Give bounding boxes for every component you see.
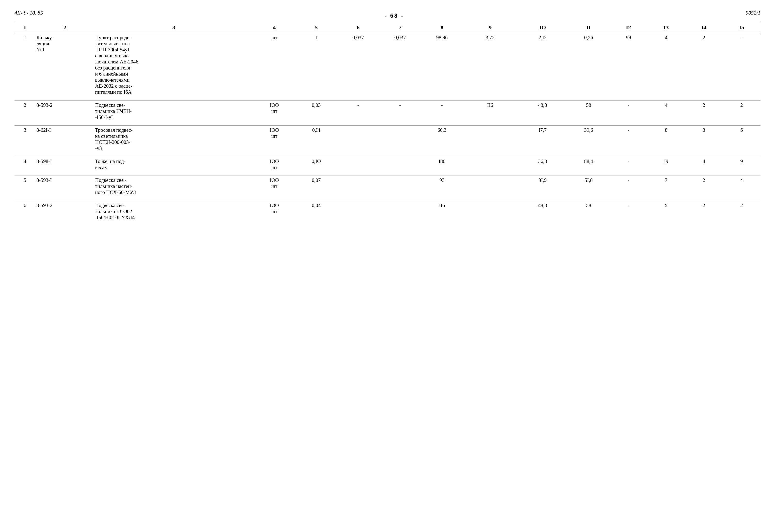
table-row: 48-598-IТо же, на под- весахIOO шт0,IOI8… <box>15 157 760 172</box>
cell-col6: - <box>337 100 379 122</box>
table-row: 28-593-2Подвеска све- тильника НЧЕН- -I5… <box>15 100 760 122</box>
col-header-13: I3 <box>647 22 685 33</box>
cell-col15: 9 <box>723 157 760 172</box>
cell-col10: 2,I2 <box>518 33 568 97</box>
cell-col6 <box>337 157 379 172</box>
cell-col12: - <box>610 176 647 197</box>
cell-col1: 6 <box>15 201 36 222</box>
cell-col5: I <box>295 33 337 97</box>
cell-col14: 3 <box>685 126 723 153</box>
cell-col15: 2 <box>723 100 760 122</box>
cell-col13: I9 <box>647 157 685 172</box>
col-header-15: I5 <box>723 22 760 33</box>
cell-col15: 4 <box>723 176 760 197</box>
cell-col5: 0,IO <box>295 157 337 172</box>
cell-col5: 0,04 <box>295 201 337 222</box>
cell-col1: 3 <box>15 126 36 153</box>
cell-col3: Тросовая подвес- ка светильника НСП2I-20… <box>94 126 253 153</box>
doc-number-left: 4II- 9- 10. 85 <box>15 10 43 16</box>
cell-col4: IOO шт <box>253 100 295 122</box>
cell-col10: 3I,9 <box>518 176 568 197</box>
col-header-14: I4 <box>685 22 723 33</box>
cell-col15: - <box>723 33 760 97</box>
col-header-10: IO <box>518 22 568 33</box>
cell-col13: 8 <box>647 126 685 153</box>
cell-col7: 0,037 <box>379 33 421 97</box>
cell-col2: Кальку- ляция № I <box>36 33 94 97</box>
cell-col1: 2 <box>15 100 36 122</box>
col-header-11: II <box>568 22 610 33</box>
cell-col15: 6 <box>723 126 760 153</box>
doc-number-right: 9052/1 <box>746 10 760 16</box>
page-center: - 68 - <box>384 12 404 19</box>
col-header-1: I <box>15 22 36 33</box>
cell-col4: шт <box>253 33 295 97</box>
cell-col12: - <box>610 201 647 222</box>
cell-col5: 0,03 <box>295 100 337 122</box>
col-header-7: 7 <box>379 22 421 33</box>
cell-col9: 3,72 <box>463 33 518 97</box>
cell-col7 <box>379 176 421 197</box>
cell-col8: 60,3 <box>421 126 463 153</box>
cell-col5: 0,07 <box>295 176 337 197</box>
cell-col14: 2 <box>685 201 723 222</box>
main-table: I 2 3 4 5 6 7 8 9 IO II I2 I3 I4 I5 IКал… <box>15 22 760 226</box>
cell-col1: 5 <box>15 176 36 197</box>
spacer-row <box>15 197 760 201</box>
cell-col10: 48,8 <box>518 201 568 222</box>
cell-col9 <box>463 176 518 197</box>
col-header-5: 5 <box>295 22 337 33</box>
cell-col4: IOO шт <box>253 126 295 153</box>
col-header-4: 4 <box>253 22 295 33</box>
cell-col8: 98,96 <box>421 33 463 97</box>
cell-col3: То же, на под- весах <box>94 157 253 172</box>
cell-col2: 8-593-I <box>36 176 94 197</box>
col-header-9: 9 <box>463 22 518 33</box>
spacer-row <box>15 153 760 157</box>
cell-col12: - <box>610 157 647 172</box>
cell-col8: 93 <box>421 176 463 197</box>
cell-col8: - <box>421 100 463 122</box>
cell-col7: - <box>379 100 421 122</box>
table-row: 38-62I-IТросовая подвес- ка светильника … <box>15 126 760 153</box>
col-header-3: 3 <box>94 22 253 33</box>
column-header-row: I 2 3 4 5 6 7 8 9 IO II I2 I3 I4 I5 <box>15 22 760 33</box>
cell-col7 <box>379 201 421 222</box>
cell-col14: 4 <box>685 157 723 172</box>
cell-col4: IOO шт <box>253 201 295 222</box>
cell-col9 <box>463 126 518 153</box>
cell-col3: Подвеска све - тильника настен- ного ПСХ… <box>94 176 253 197</box>
col-header-12: I2 <box>610 22 647 33</box>
cell-col2: 8-593-2 <box>36 201 94 222</box>
cell-col14: 2 <box>685 33 723 97</box>
table-row: IКальку- ляция № IПункт распреде- литель… <box>15 33 760 97</box>
cell-col15: 2 <box>723 201 760 222</box>
cell-col13: 7 <box>647 176 685 197</box>
cell-col11: 58 <box>568 201 610 222</box>
col-header-8: 8 <box>421 22 463 33</box>
cell-col10: 48,8 <box>518 100 568 122</box>
cell-col7 <box>379 157 421 172</box>
cell-col2: 8-62I-I <box>36 126 94 153</box>
cell-col13: 4 <box>647 100 685 122</box>
cell-col11: 0,26 <box>568 33 610 97</box>
cell-col10: 36,8 <box>518 157 568 172</box>
cell-col10: I7,7 <box>518 126 568 153</box>
cell-col2: 8-593-2 <box>36 100 94 122</box>
cell-col11: 88,4 <box>568 157 610 172</box>
cell-col1: I <box>15 33 36 97</box>
table-row: 68-593-2Подвеска све- тильника НСО02- -I… <box>15 201 760 222</box>
cell-col2: 8-598-I <box>36 157 94 172</box>
cell-col6: 0,037 <box>337 33 379 97</box>
col-header-2: 2 <box>36 22 94 33</box>
cell-col12: - <box>610 126 647 153</box>
cell-col5: 0,I4 <box>295 126 337 153</box>
cell-col13: 4 <box>647 33 685 97</box>
cell-col1: 4 <box>15 157 36 172</box>
cell-col14: 2 <box>685 176 723 197</box>
spacer-row <box>15 122 760 126</box>
spacer-row <box>15 97 760 100</box>
cell-col11: 39,6 <box>568 126 610 153</box>
cell-col11: 5I,8 <box>568 176 610 197</box>
cell-col9 <box>463 157 518 172</box>
